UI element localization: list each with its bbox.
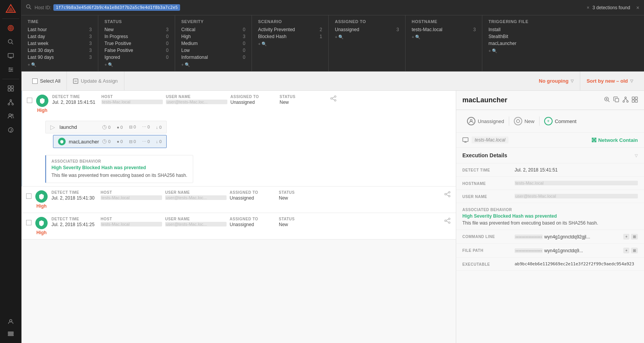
svg-rect-16 bbox=[8, 86, 10, 88]
filter-time-last-day[interactable]: Last day 3 bbox=[28, 34, 92, 39]
filter-severity-medium[interactable]: Medium 0 bbox=[181, 41, 245, 46]
svg-line-66 bbox=[624, 98, 626, 101]
svg-point-15 bbox=[9, 71, 10, 72]
users-icon[interactable] bbox=[5, 110, 17, 122]
filter-status-add[interactable]: + 🔍 bbox=[104, 62, 169, 67]
behavior-desc-1: This file was prevented from executing b… bbox=[51, 172, 187, 179]
svg-point-49 bbox=[449, 195, 450, 197]
update-assign-button[interactable]: Update & Assign bbox=[67, 72, 124, 90]
svg-rect-69 bbox=[635, 97, 637, 99]
process-row-launchd[interactable]: ▷ launchd 0 ● 0 ⊟ 0 ⋯ 0 ↓ 0 bbox=[45, 121, 167, 133]
assigned-to-chip[interactable]: Unassigned bbox=[462, 115, 509, 128]
detect-actions-1[interactable] bbox=[329, 95, 337, 103]
select-all-button[interactable]: Select All bbox=[26, 72, 67, 90]
filter-severity-add[interactable]: + 🔍 bbox=[181, 62, 245, 67]
filter-time-last-hour[interactable]: Last hour 3 bbox=[28, 27, 92, 32]
filter-assigned-to-unassigned[interactable]: Unassigned 3 bbox=[335, 27, 399, 32]
grouping-button[interactable]: No grouping ▽ bbox=[533, 72, 580, 90]
svg-point-55 bbox=[449, 222, 450, 223]
svg-rect-74 bbox=[463, 138, 468, 142]
logo-icon[interactable] bbox=[5, 3, 17, 15]
file-path-expand-button[interactable]: ⊞ bbox=[631, 248, 638, 253]
activity-icon[interactable] bbox=[5, 22, 17, 34]
detail-behavior-desc: This file was prevented from executing b… bbox=[462, 220, 598, 226]
comment-chip[interactable]: + Comment bbox=[540, 115, 581, 128]
detail-layout-icon[interactable] bbox=[632, 97, 638, 104]
filter-severity-critical[interactable]: Critical 0 bbox=[181, 27, 245, 32]
filter-time-last-week[interactable]: Last week 3 bbox=[28, 41, 92, 46]
command-line-copy-button[interactable]: + bbox=[623, 234, 629, 240]
filter-status-in-progress[interactable]: In Progress 0 bbox=[104, 34, 169, 39]
detect-actions-3[interactable] bbox=[444, 217, 451, 226]
detail-copy-icon[interactable] bbox=[613, 97, 619, 104]
filter-time-last-30-days[interactable]: Last 30 days 3 bbox=[28, 48, 92, 53]
comment-icon: + bbox=[544, 117, 553, 125]
filter-scenario-add[interactable]: + 🔍 bbox=[258, 42, 322, 47]
sort-button[interactable]: Sort by new – old ▽ bbox=[580, 72, 639, 90]
detection-checkbox-2[interactable] bbox=[26, 193, 31, 199]
dashboard-icon[interactable] bbox=[5, 82, 17, 95]
command-line-expand-button[interactable]: ⊞ bbox=[631, 234, 638, 240]
detection-item-2[interactable]: High DETECT TIME Jul. 2, 2018 15:41:30 H… bbox=[22, 186, 456, 213]
filter-status-ignored[interactable]: Ignored 0 bbox=[104, 55, 169, 60]
search-icon[interactable] bbox=[5, 36, 17, 48]
filter-triggering-maclauncher[interactable]: macLauncher bbox=[488, 41, 638, 46]
filter-severity-low[interactable]: Low 0 bbox=[181, 48, 245, 53]
settings-bottom-icon[interactable] bbox=[5, 328, 17, 340]
filter-triggering-install[interactable]: Install bbox=[488, 27, 638, 32]
filter-scenario-activity-prevented[interactable]: Activity Prevented 2 bbox=[258, 27, 322, 32]
filter-status-new[interactable]: New 3 bbox=[104, 27, 169, 32]
filter-status-false-positive[interactable]: False Positive 0 bbox=[104, 48, 169, 53]
sort-label: Sort by new – old bbox=[586, 78, 628, 84]
settings-icon[interactable] bbox=[5, 63, 17, 76]
svg-point-28 bbox=[10, 132, 11, 132]
svg-line-59 bbox=[608, 100, 610, 102]
process-expand-icon[interactable]: ▷ bbox=[50, 123, 55, 131]
svg-rect-7 bbox=[8, 53, 13, 57]
file-path-copy-button[interactable]: + bbox=[623, 248, 629, 253]
filter-scenario-blocked-hash[interactable]: Blocked Hash 1 bbox=[258, 34, 322, 39]
filter-assigned-to-col: Assigned to Unassigned 3 + 🔍 bbox=[329, 15, 406, 71]
search-input-area[interactable]: Host ID: 1f7c9b8a3e45d6f2b9c4a1e8d3f7b2a… bbox=[35, 4, 589, 11]
search-bar: Host ID: 1f7c9b8a3e45d6f2b9c4a1e8d3f7b2a… bbox=[22, 0, 644, 15]
detail-search-icon[interactable] bbox=[604, 97, 610, 104]
process-row-maclauncher[interactable]: macLauncher 0 ● 0 ⊟ 0 ⋯ 0 ↓ 0 bbox=[53, 135, 167, 148]
filter-triggering-stealthbit[interactable]: StealthBit bbox=[488, 34, 638, 39]
detection-severity-2: High bbox=[35, 190, 48, 209]
filter-hostname-tests-mac[interactable]: tests-Mac.local 3 bbox=[412, 27, 476, 32]
detect-actions-2[interactable] bbox=[444, 190, 451, 199]
detection-item-3[interactable]: High DETECT TIME Jul. 2, 2018 15:41:25 H… bbox=[22, 213, 456, 240]
svg-point-21 bbox=[8, 103, 10, 105]
panel-close-icon[interactable]: × bbox=[636, 5, 639, 11]
filter-scenario-header: Scenario bbox=[258, 19, 322, 24]
support-icon[interactable] bbox=[5, 124, 17, 136]
detect-user-field-3: USER NAME user@tests-Mac.loc... bbox=[165, 217, 227, 226]
network-contain-button[interactable]: Network Contain bbox=[591, 137, 638, 143]
filter-time-last-90-days[interactable]: Last 90 days 3 bbox=[28, 55, 92, 60]
filter-severity-col: Severity Critical 0 High 3 Medium 0 Low … bbox=[175, 15, 252, 71]
filter-triggering-file-add[interactable]: + 🔍 bbox=[488, 48, 638, 53]
filter-hostname-add[interactable]: + 🔍 bbox=[412, 35, 476, 40]
detail-filepath-suffix: wyn4g1gnnctdq9... bbox=[544, 248, 622, 253]
filter-assigned-to-add[interactable]: + 🔍 bbox=[335, 35, 399, 40]
search-clear-icon[interactable]: × bbox=[587, 5, 589, 10]
status-chip[interactable]: New bbox=[509, 115, 539, 128]
filter-hostname-header: Hostname bbox=[412, 19, 476, 24]
filter-severity-informational[interactable]: Informational 0 bbox=[181, 55, 245, 60]
update-assign-label: Update & Assign bbox=[81, 78, 118, 84]
user-profile-icon[interactable] bbox=[5, 315, 17, 328]
detection-checkbox-1[interactable] bbox=[27, 98, 32, 103]
detail-network-icon[interactable] bbox=[622, 97, 629, 104]
filter-status-true-positive[interactable]: True Positive 0 bbox=[104, 41, 169, 46]
filter-scenario-col: Scenario Activity Prevented 2 Blocked Ha… bbox=[252, 15, 329, 71]
select-all-checkbox[interactable] bbox=[32, 78, 38, 84]
detection-checkbox-3[interactable] bbox=[26, 220, 31, 225]
monitor-icon[interactable] bbox=[5, 50, 17, 62]
network-icon[interactable] bbox=[5, 96, 17, 108]
execution-details-chevron[interactable]: ▽ bbox=[635, 153, 638, 158]
filter-time-add[interactable]: + 🔍 bbox=[28, 62, 92, 67]
detail-field-command-line: COMMAND LINE •••••••••••••••••• wyn4g1gn… bbox=[456, 230, 644, 244]
filter-severity-high[interactable]: High 3 bbox=[181, 34, 245, 39]
detection-item-1[interactable]: High DETECT TIME Jul. 2, 2018 15:41:51 H… bbox=[22, 91, 456, 186]
svg-point-72 bbox=[470, 120, 472, 122]
